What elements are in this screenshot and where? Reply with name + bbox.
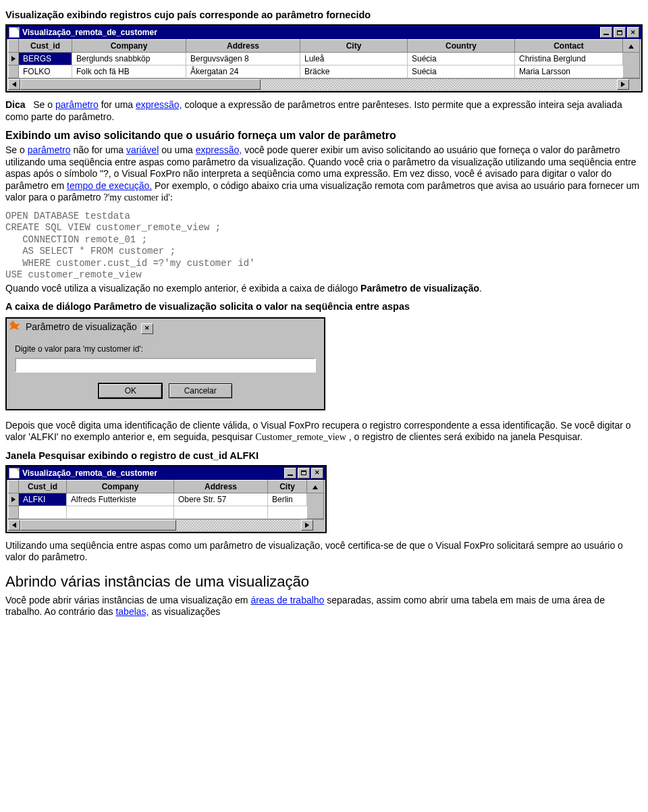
titlebar-2: Visualização_remota_de_customer <box>7 466 325 480</box>
cell[interactable]: Maria Larsson <box>515 65 623 78</box>
scroll-thumb[interactable] <box>20 520 176 531</box>
text: coloque a expressão de parâmetros entre … <box>5 99 622 122</box>
cell[interactable]: Christina Berglund <box>515 53 623 65</box>
col-header[interactable]: Address <box>174 480 268 493</box>
col-header[interactable]: Contact <box>515 40 623 53</box>
vscroll-track[interactable] <box>623 53 640 78</box>
body-paragraph: Utilizando uma seqüência entre aspas com… <box>5 540 643 564</box>
cell[interactable]: Åkergatan 24 <box>186 65 300 78</box>
link-expressao-2[interactable]: expressão, <box>196 144 242 155</box>
col-header[interactable]: Company <box>72 40 186 53</box>
cancel-button[interactable]: Cancelar <box>169 383 232 398</box>
cell[interactable]: Berguvsvägen 8 <box>186 53 300 65</box>
scroll-left-button[interactable] <box>8 79 20 90</box>
link-parametro[interactable]: parâmetro <box>55 99 99 110</box>
inline-code: Customer_remote_view <box>255 432 346 442</box>
cell[interactable]: Obere Str. 57 <box>174 493 268 506</box>
document-icon <box>9 468 20 479</box>
tip-label: Dica <box>5 99 26 110</box>
text: Se o <box>33 99 55 110</box>
parameter-dialog: Parâmetro de visualização Digite o valor… <box>5 317 325 410</box>
cell[interactable]: Luleå <box>300 53 408 65</box>
scroll-thumb[interactable] <box>20 79 261 90</box>
col-header[interactable]: City <box>268 480 307 493</box>
dialog-titlebar: Parâmetro de visualização <box>7 319 324 336</box>
close-button[interactable] <box>141 323 153 334</box>
close-button[interactable] <box>311 468 323 479</box>
text: as visualizações <box>151 606 220 617</box>
cell[interactable]: Suécia <box>408 65 515 78</box>
scroll-left-button[interactable] <box>8 520 20 531</box>
scroll-right-button[interactable] <box>301 520 313 531</box>
text-bold: Parâmetro de visualização <box>360 283 479 294</box>
table-row[interactable]: ALFKI Alfreds Futterkiste Obere Str. 57 … <box>9 493 324 506</box>
cell[interactable]: Bräcke <box>300 65 408 78</box>
col-header[interactable]: Company <box>67 480 174 493</box>
scroll-up-button[interactable] <box>307 480 324 493</box>
text: for uma <box>101 99 136 110</box>
col-header[interactable]: City <box>300 40 408 53</box>
link-variavel[interactable]: variável <box>126 144 159 155</box>
inline-code: ?'my customer id': <box>104 192 173 202</box>
text: , o registro de clientes será exibido na… <box>349 431 583 442</box>
maximize-button[interactable] <box>298 468 310 479</box>
window-title-2: Visualização_remota_de_customer <box>22 468 157 478</box>
link-tabelas[interactable]: tabelas, <box>115 606 148 617</box>
scroll-corner <box>313 520 324 531</box>
col-header[interactable]: Cust_id <box>19 480 67 493</box>
minimize-button[interactable] <box>600 27 612 38</box>
section-heading-3: A caixa de diálogo Parâmetro de visualiz… <box>5 301 643 312</box>
section-heading-2: Exibindo um aviso solicitando que o usuá… <box>5 130 643 142</box>
data-grid-1[interactable]: Cust_id Company Address City Country Con… <box>8 39 640 78</box>
parameter-input[interactable] <box>15 358 316 373</box>
code-block: OPEN DATABASE testdata CREATE SQL VIEW c… <box>5 211 643 281</box>
browse-window-1: Visualização_remota_de_customer Cust_id … <box>5 24 643 92</box>
body-paragraph: Quando você utiliza a visualização no ex… <box>5 283 643 295</box>
text: Quando você utiliza a visualização no ex… <box>5 283 360 294</box>
body-paragraph: Você pode abrir várias instâncias de uma… <box>5 595 643 618</box>
window-title-1: Visualização_remota_de_customer <box>22 28 157 37</box>
scroll-up-button[interactable] <box>623 40 640 53</box>
table-row <box>9 506 324 518</box>
section-heading-5: Abrindo várias instâncias de uma visuali… <box>5 573 643 591</box>
cell[interactable]: FOLKO <box>19 65 72 78</box>
cell[interactable]: Suécia <box>408 53 515 65</box>
cell[interactable]: BERGS <box>19 53 72 65</box>
text: ou uma <box>161 144 196 155</box>
link-areas-trabalho[interactable]: áreas de trabalho <box>250 595 324 605</box>
maximize-button[interactable] <box>614 27 626 38</box>
vscroll-track[interactable] <box>307 493 324 518</box>
link-expressao[interactable]: expressão, <box>136 99 182 110</box>
dialog-title: Parâmetro de visualização <box>26 321 137 332</box>
text: Você pode abrir várias instâncias de uma… <box>5 595 250 605</box>
data-grid-2[interactable]: Cust_id Company Address City ALFKI Alfre… <box>8 480 324 519</box>
dialog-prompt: Digite o valor para 'my customer id': <box>15 344 316 354</box>
table-row[interactable]: BERGS Berglunds snabbköp Berguvsvägen 8 … <box>9 53 640 65</box>
cell[interactable]: ALFKI <box>19 493 67 506</box>
tip-paragraph: Dica Se o parâmetro for uma expressão, c… <box>5 99 643 123</box>
cell[interactable]: Folk och fä HB <box>72 65 186 78</box>
corner-cell <box>9 480 19 493</box>
close-button[interactable] <box>627 27 639 38</box>
cell[interactable]: Alfreds Futterkiste <box>67 493 174 506</box>
col-header[interactable]: Country <box>408 40 515 53</box>
titlebar-1: Visualização_remota_de_customer <box>7 26 641 39</box>
corner-cell <box>9 40 19 53</box>
minimize-button[interactable] <box>284 468 296 479</box>
cell[interactable]: Berlin <box>268 493 307 506</box>
col-header[interactable]: Address <box>186 40 300 53</box>
link-parametro-2[interactable]: parâmetro <box>28 144 71 155</box>
scroll-corner <box>629 79 640 90</box>
cell[interactable]: Berglunds snabbköp <box>72 53 186 65</box>
horizontal-scrollbar[interactable] <box>8 519 324 531</box>
scroll-right-button[interactable] <box>617 79 629 90</box>
body-paragraph: Se o parâmetro não for uma variável ou u… <box>5 144 643 204</box>
link-tempo-execucao[interactable]: tempo de execução. <box>67 180 152 191</box>
horizontal-scrollbar[interactable] <box>8 78 640 90</box>
table-row[interactable]: FOLKO Folk och fä HB Åkergatan 24 Bräcke… <box>9 65 640 78</box>
col-header[interactable]: Cust_id <box>19 40 72 53</box>
ok-button[interactable]: OK <box>99 383 162 398</box>
text: . <box>479 283 482 294</box>
section-heading-1: Visualização exibindo registros cujo paí… <box>5 9 643 20</box>
foxpro-icon <box>9 321 20 330</box>
